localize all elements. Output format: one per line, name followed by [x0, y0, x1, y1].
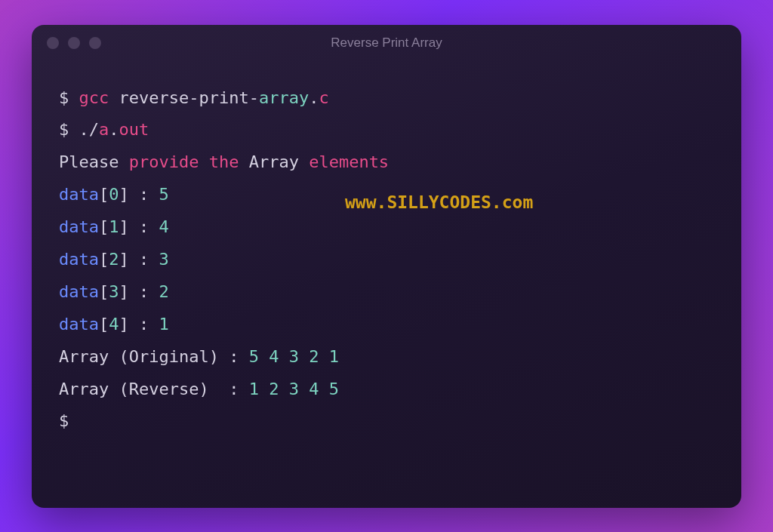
maximize-icon[interactable] — [89, 37, 101, 49]
data-row: data[2] : 3 — [59, 244, 714, 276]
array-reverse-line: Array (Reverse) : 1 2 3 4 5 — [59, 374, 714, 406]
command-line-2: $ ./a.out — [59, 114, 714, 146]
gcc-command: gcc — [79, 88, 109, 107]
output-prompt-line: Please provide the Array elements — [59, 146, 714, 179]
array-original-line: Array (Original) : 5 4 3 2 1 — [59, 341, 714, 374]
prompt: $ — [59, 411, 69, 430]
filename-part: reverse-print- — [119, 88, 259, 107]
window-controls — [47, 37, 101, 49]
file-extension: c — [319, 88, 328, 107]
close-icon[interactable] — [47, 37, 59, 49]
filename-array: array — [259, 88, 309, 107]
terminal-window: Reverse Print Array $ gcc reverse-print-… — [32, 25, 741, 508]
executable-out: out — [119, 120, 149, 139]
command-line-1: $ gcc reverse-print-array.c — [59, 82, 714, 115]
prompt-line: $ — [59, 405, 714, 438]
terminal-body[interactable]: $ gcc reverse-print-array.c $ ./a.out Pl… — [32, 61, 741, 508]
prompt: $ — [59, 88, 79, 107]
watermark-text: www.SILLYCODES.com — [345, 186, 533, 220]
data-row: data[4] : 1 — [59, 309, 714, 341]
data-row: data[3] : 2 — [59, 276, 714, 309]
title-bar: Reverse Print Array — [32, 25, 741, 61]
prompt: $ — [59, 120, 79, 139]
minimize-icon[interactable] — [68, 37, 80, 49]
window-title: Reverse Print Array — [47, 35, 726, 51]
executable-a: a — [99, 120, 109, 139]
